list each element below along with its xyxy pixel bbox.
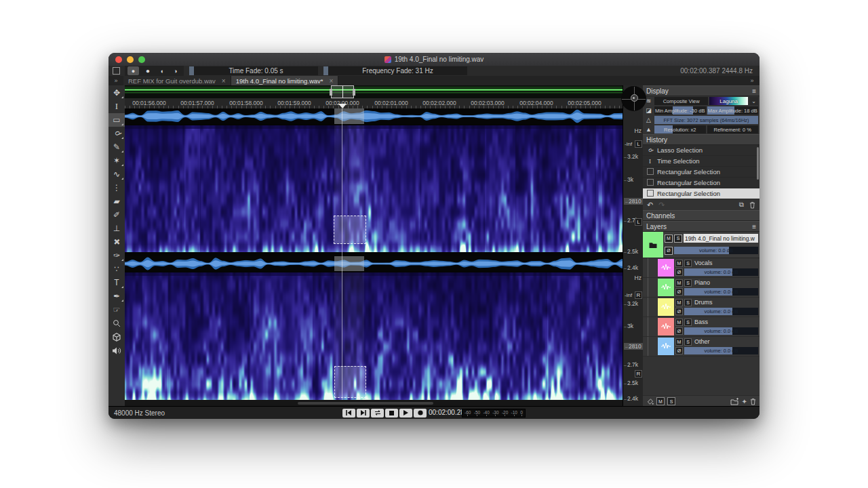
layer-thumbnail[interactable]	[658, 338, 674, 355]
time-ruler[interactable]: 00:01:56.000 00:01:57.000 00:01:58.000 0…	[125, 98, 623, 109]
volume-slider[interactable]: volume: 0.0 dB	[684, 327, 758, 335]
volume-slider[interactable]: volume: 0.0 dB	[684, 268, 758, 276]
tab-close-icon[interactable]: ×	[222, 77, 226, 85]
mute-button[interactable]: M	[675, 279, 683, 287]
solo-button[interactable]: S	[684, 279, 692, 287]
tab-19th-final[interactable]: 19th 4.0_Final no limiting.wav* ×	[231, 76, 339, 85]
layer-group-row[interactable]: M S 19th 4.0_Final no limiting.w Ø volum…	[643, 232, 760, 258]
title-bar[interactable]: 19th 4.0_Final no limiting.wav	[108, 53, 760, 66]
move-tool[interactable]: ✥	[108, 86, 125, 100]
pick-tool[interactable]: ✒	[108, 289, 125, 303]
marker-tool[interactable]: ✐	[108, 208, 125, 222]
volume-slider[interactable]: volume: 0.0 dB	[684, 288, 758, 296]
file-overview-strip[interactable]	[125, 85, 623, 98]
fft-size-slider[interactable]: FFT Size: 3072 samples (64ms/16Hz)	[654, 116, 758, 124]
history-item[interactable]: ρLasso Selection	[643, 145, 760, 156]
solo-button[interactable]: S	[674, 235, 682, 243]
layers-panel-header[interactable]: Layers ≡	[643, 221, 760, 232]
unmix-icon[interactable]: ✦	[742, 398, 747, 405]
solo-button[interactable]: S	[684, 299, 692, 306]
panel-collapse-icon[interactable]: »	[745, 76, 760, 85]
healing-brush-tool[interactable]: ✚	[108, 235, 125, 249]
phase-invert-button[interactable]: Ø	[675, 268, 683, 276]
volume-slider[interactable]: volume: 0.0 dB	[684, 347, 758, 354]
solo-button[interactable]: S	[684, 338, 692, 346]
mute-button[interactable]: M	[665, 235, 673, 243]
history-panel-header[interactable]: History	[643, 134, 760, 145]
time-selection-highlight-left[interactable]	[334, 108, 364, 124]
selection-mode-intersect[interactable]: ◑	[170, 66, 181, 75]
frequency-fade-handle[interactable]	[323, 66, 328, 75]
trash-icon[interactable]	[749, 201, 755, 209]
layer-row-piano[interactable]: MSPiano Øvolume: 0.0 dB	[643, 278, 760, 298]
play-button[interactable]	[399, 409, 412, 418]
trash-icon[interactable]	[750, 398, 756, 405]
close-window-button[interactable]	[115, 56, 122, 63]
hand-tool[interactable]: ☞	[108, 303, 125, 317]
history-item-selected[interactable]: Rectangular Selection	[643, 188, 760, 199]
minimize-window-button[interactable]	[127, 56, 134, 63]
phase-invert-button[interactable]: Ø	[675, 308, 683, 315]
layer-thumbnail[interactable]	[658, 279, 674, 296]
view-range-handle-left[interactable]	[330, 89, 332, 96]
mute-all-button[interactable]: M	[656, 397, 665, 405]
chevron-down-icon[interactable]: ⌄	[749, 97, 758, 105]
skip-to-end-button[interactable]	[357, 409, 370, 418]
rectangular-selection-left[interactable]	[334, 216, 366, 244]
resolution-slider[interactable]: Resolution: x2	[654, 125, 706, 134]
history-scrollbar[interactable]	[757, 147, 759, 180]
mute-button[interactable]: M	[675, 319, 683, 326]
composite-view-button[interactable]: Composite View	[654, 97, 708, 105]
layer-group-thumbnail[interactable]	[643, 232, 663, 258]
mute-button[interactable]: M	[675, 260, 683, 267]
frequency-selection-tool[interactable]: ∿	[108, 167, 125, 181]
layers-menu-icon[interactable]: ≡	[752, 223, 756, 230]
cube-view-tool[interactable]	[108, 330, 125, 344]
layer-thumbnail[interactable]	[658, 259, 674, 277]
layer-row-vocals[interactable]: MSVocals Øvolume: 0.0 dB	[643, 258, 760, 278]
time-selection-highlight-right[interactable]	[334, 256, 364, 271]
tab-close-icon[interactable]: ×	[330, 77, 334, 85]
rectangular-selection-tool[interactable]: ▭	[108, 113, 125, 127]
undo-icon[interactable]: ↶	[647, 201, 653, 209]
channels-panel-header[interactable]: Channels	[643, 210, 760, 221]
selection-mode-subtract[interactable]: ◐	[157, 66, 168, 75]
selection-preview-icon[interactable]	[113, 67, 120, 75]
selection-mode-replace[interactable]: ●	[127, 66, 139, 75]
draw-tool[interactable]: ✑	[108, 249, 125, 262]
layer-thumbnail[interactable]	[658, 298, 674, 316]
solo-button[interactable]: S	[684, 260, 692, 267]
navigation-wheel[interactable]	[621, 86, 646, 111]
mute-button[interactable]: M	[675, 338, 683, 346]
phase-invert-button[interactable]: Ø	[675, 288, 683, 296]
copy-icon[interactable]: ⧉	[739, 201, 744, 209]
history-item[interactable]: Rectangular Selection	[643, 167, 760, 178]
waveform-left-channel[interactable]	[125, 108, 623, 124]
volume-slider[interactable]: volume: 0.0 dB	[674, 247, 758, 254]
stop-button[interactable]	[385, 409, 398, 418]
display-menu-icon[interactable]: ≡	[752, 87, 756, 95]
brush-selection-tool[interactable]: ✎	[108, 140, 125, 154]
toolbox-collapse-icon[interactable]: »	[108, 76, 123, 85]
selection-mode-union[interactable]: ●●	[140, 66, 155, 75]
frequency-fade-slider[interactable]: Frequency Fade: 31 Hz	[328, 66, 467, 75]
lasso-selection-tool[interactable]: ρ	[108, 127, 125, 140]
magic-wand-tool[interactable]: ✶	[108, 154, 125, 167]
layer-row-other[interactable]: MSOther Øvolume: 0.0 dB	[643, 337, 760, 357]
min-amplitude-slider[interactable]: Min Amplitude: -30 dB	[654, 106, 706, 115]
colormap-select[interactable]: Laguna	[709, 97, 748, 105]
zoom-window-button[interactable]	[138, 56, 145, 63]
view-range-handle-right[interactable]	[353, 89, 355, 96]
text-tool[interactable]: T	[108, 276, 125, 289]
tab-ref-mix[interactable]: REF MIX for Guit overdub.wav ×	[123, 76, 231, 85]
spectrogram-left-channel[interactable]	[125, 125, 623, 252]
eraser-tool[interactable]: ▰	[108, 195, 125, 208]
phase-invert-button[interactable]: Ø	[675, 327, 683, 335]
time-fade-handle[interactable]	[189, 66, 194, 75]
playback-tool[interactable]	[108, 344, 125, 357]
max-amplitude-slider[interactable]: Max Amplitude: 18 dB	[707, 106, 759, 115]
layer-row-bass[interactable]: MSBass Øvolume: 0.0 dB	[643, 317, 760, 337]
layer-thumbnail[interactable]	[658, 318, 674, 336]
display-panel-header[interactable]: Display ≡	[643, 85, 760, 96]
record-button[interactable]	[414, 409, 427, 418]
